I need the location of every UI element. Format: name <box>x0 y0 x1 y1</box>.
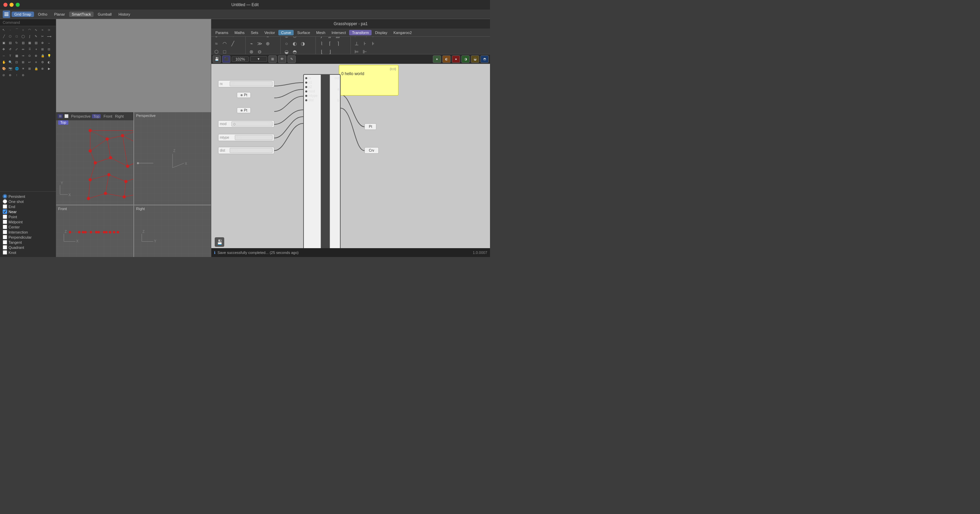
intersection-snap[interactable]: Intersection <box>3 230 53 235</box>
gh-canvas[interactable]: {0;0} 0 hello world rx 28 ◇ Pt Pt <box>211 64 490 257</box>
fillet-tool[interactable]: ⌣ <box>46 40 52 46</box>
gh-canvas-btn[interactable]: ⬛ <box>222 56 231 63</box>
plugin-tool[interactable]: ⊗ <box>40 66 46 72</box>
sidebar-toggle-button[interactable] <box>3 11 10 18</box>
smarttrack-button[interactable]: SmartTrack <box>69 11 94 17</box>
midpoint-checkbox[interactable] <box>3 220 7 224</box>
gh-red-btn[interactable]: ● <box>452 56 460 63</box>
gh-tool-div5[interactable]: ≫ <box>256 40 263 47</box>
gh-tool-util6[interactable]: ⊧ <box>369 40 377 47</box>
blend-tool[interactable]: ⊃ <box>46 27 52 33</box>
menu-vector[interactable]: Vector <box>262 30 278 35</box>
dist-slider-bar[interactable]: 8.11 ○ <box>230 148 272 153</box>
sun-tool[interactable]: ☀ <box>20 66 26 72</box>
center-snap[interactable]: Center <box>3 224 53 230</box>
gh-tool-prim4[interactable]: ○ <box>283 40 290 47</box>
gh-tool-spl4[interactable]: ⌇ <box>318 40 325 47</box>
quadrant-checkbox[interactable] <box>3 245 7 249</box>
menu-intersect[interactable]: Intersect <box>329 30 348 35</box>
leader-tool[interactable]: ⇒ <box>20 53 26 59</box>
lock2-tool[interactable]: 🔒 <box>33 66 39 72</box>
light-tool[interactable]: 💡 <box>46 53 52 59</box>
pan-tool[interactable]: ✋ <box>1 59 7 65</box>
gh-sphere-btn[interactable]: ● <box>433 56 441 63</box>
gh-tool-spl7[interactable]: ⌊ <box>318 48 325 55</box>
gh-tool-prim8[interactable]: ◓ <box>291 48 298 55</box>
gh-tool-div2[interactable]: ⊸ <box>256 37 263 39</box>
gh-tool-util2[interactable]: ⊣ <box>361 37 369 39</box>
quadrant-snap[interactable]: Quadrant <box>3 245 53 250</box>
crv-out-node[interactable]: Crv <box>364 147 379 154</box>
zoom-window[interactable]: ⊡ <box>14 59 20 65</box>
gh-tool-arc[interactable]: ◠ <box>221 40 228 47</box>
pt-out-node[interactable]: Pt <box>364 124 376 130</box>
gh-tool-spl1[interactable]: ∫ <box>318 37 325 39</box>
gh-tool-prim1[interactable]: ◉ <box>283 37 290 39</box>
viewport-top[interactable]: ⊞ ⬜ Perspective Top Front Right Top <box>56 112 134 205</box>
pt1-node[interactable]: Pt <box>237 92 251 98</box>
gh-tool-util4[interactable]: ⊥ <box>353 40 360 47</box>
lock-tool[interactable]: 🔒 <box>40 53 46 59</box>
gh-tool-prim6[interactable]: ◑ <box>299 40 307 47</box>
misc1-tool[interactable]: ⊘ <box>1 72 7 78</box>
point-checkbox[interactable] <box>3 214 7 219</box>
gh-tool-poly[interactable]: ⬡ <box>213 48 220 55</box>
ortho-button[interactable]: Ortho <box>35 11 50 17</box>
extend-tool[interactable]: ⟶ <box>46 33 52 40</box>
script-tool[interactable]: ▶ <box>46 66 52 72</box>
boolean-tool[interactable]: ⊕ <box>40 40 46 46</box>
menu-transform[interactable]: Transform <box>349 30 372 35</box>
array-tool[interactable]: ⠿ <box>27 46 33 52</box>
gh-tool-util3[interactable]: ⊤ <box>369 37 377 39</box>
near-checkbox[interactable] <box>3 209 7 214</box>
curve-tool[interactable]: ⌒ <box>14 27 20 33</box>
gh-tool-util1[interactable]: ⊢ <box>353 37 360 39</box>
menu-kangaroo[interactable]: Kangaroo2 <box>391 30 414 35</box>
gh-tool-spl5[interactable]: ⌈ <box>326 40 334 47</box>
perpendicular-checkbox[interactable] <box>3 235 7 240</box>
near-snap[interactable]: Near <box>3 209 53 214</box>
arrow-up-tool[interactable]: ↑ <box>14 72 20 78</box>
scale-tool[interactable]: ⤢ <box>14 46 20 52</box>
menu-display[interactable]: Display <box>372 30 390 35</box>
gh-tool-curve1[interactable]: ⌒ <box>221 37 228 39</box>
surface-tool[interactable]: ▣ <box>1 40 7 46</box>
line-tool[interactable]: ╱ <box>1 33 7 40</box>
midpoint-snap[interactable]: Midpoint <box>3 219 53 224</box>
persistent-radio[interactable] <box>3 194 7 198</box>
gh-note-node[interactable]: {0;0} 0 hello world <box>339 65 398 95</box>
gh-pencil-btn[interactable]: ✎ <box>288 56 296 63</box>
menu-mesh[interactable]: Mesh <box>313 30 328 35</box>
mod-slider-node[interactable]: mod ◇ 10 <box>218 121 274 127</box>
misc4-tool[interactable]: ⊜ <box>20 72 26 78</box>
material-tool[interactable]: ◐ <box>46 59 52 65</box>
gh-orange2-btn[interactable]: ◒ <box>471 56 479 63</box>
arc-tool[interactable]: ◠ <box>27 27 33 33</box>
trim-tool[interactable]: ✂ <box>40 33 46 40</box>
knot-snap[interactable]: Knot <box>3 250 53 255</box>
menu-surface[interactable]: Surface <box>294 30 313 35</box>
gumball-button[interactable]: Gumball <box>95 11 115 17</box>
gh-tool-div7[interactable]: ⊗ <box>248 48 255 55</box>
gh-save-overlay[interactable]: 💾 <box>215 237 224 247</box>
poly-tool[interactable]: ⬡ <box>7 33 13 40</box>
mtype-slider-node[interactable]: mtype 3 ◇ <box>218 134 274 141</box>
dist-slider-node[interactable]: dist 8.11 ○ <box>218 147 274 154</box>
center-checkbox[interactable] <box>3 225 7 229</box>
loft-tool[interactable]: ▥ <box>20 40 26 46</box>
offset-tool[interactable]: ≈ <box>40 27 46 33</box>
misc2-tool[interactable]: ⊛ <box>7 72 13 78</box>
close-button[interactable] <box>3 3 8 7</box>
extrude-tool[interactable]: ▤ <box>7 40 13 46</box>
gridsnap-button[interactable]: Grid Snap <box>11 11 34 17</box>
gh-tool-div1[interactable]: ✕ <box>248 37 255 39</box>
gh-tool-prim7[interactable]: ◒ <box>283 48 290 55</box>
rx-slider-node[interactable]: rx 28 ◇ <box>218 80 274 87</box>
sweep-tool[interactable]: ▦ <box>27 40 33 46</box>
maximize-button[interactable] <box>16 3 20 7</box>
end-checkbox[interactable] <box>3 204 7 209</box>
dim-tool[interactable]: ↔ <box>1 53 7 59</box>
gh-tool-util8[interactable]: ⊩ <box>361 48 369 55</box>
traffic-lights[interactable] <box>3 3 20 7</box>
gh-eye-btn[interactable]: 👁 <box>278 56 286 63</box>
